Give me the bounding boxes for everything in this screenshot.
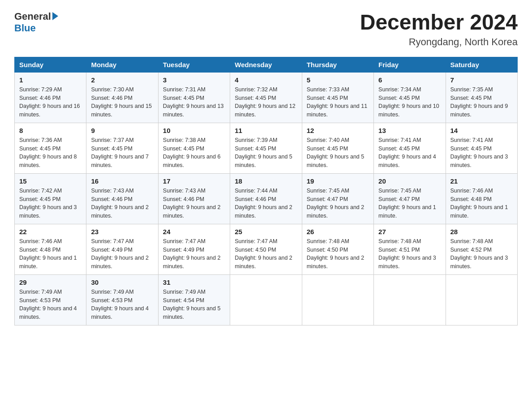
day-info: Sunrise: 7:38 AM Sunset: 4:45 PM Dayligh… [163,136,225,170]
day-info: Sunrise: 7:32 AM Sunset: 4:45 PM Dayligh… [235,86,297,119]
day-number: 12 [307,127,369,134]
day-info: Sunrise: 7:49 AM Sunset: 4:53 PM Dayligh… [19,288,82,321]
day-number: 14 [450,127,513,134]
calendar-cell: 18 Sunrise: 7:44 AM Sunset: 4:46 PM Dayl… [230,173,302,224]
day-number: 4 [235,76,297,84]
day-info: Sunrise: 7:36 AM Sunset: 4:45 PM Dayligh… [19,136,82,170]
day-info: Sunrise: 7:43 AM Sunset: 4:46 PM Dayligh… [163,187,225,220]
col-tuesday: Tuesday [158,57,230,72]
day-info: Sunrise: 7:29 AM Sunset: 4:46 PM Dayligh… [19,86,82,119]
day-number: 29 [19,278,82,286]
day-info: Sunrise: 7:30 AM Sunset: 4:46 PM Dayligh… [91,86,153,119]
day-number: 28 [450,228,513,235]
calendar-cell: 13 Sunrise: 7:41 AM Sunset: 4:45 PM Dayl… [374,123,446,173]
day-info: Sunrise: 7:47 AM Sunset: 4:49 PM Dayligh… [163,237,225,271]
calendar-cell: 11 Sunrise: 7:39 AM Sunset: 4:45 PM Dayl… [230,123,302,173]
calendar-cell [374,274,446,325]
calendar-cell: 19 Sunrise: 7:45 AM Sunset: 4:47 PM Dayl… [302,173,373,224]
day-number: 21 [450,177,513,185]
day-info: Sunrise: 7:45 AM Sunset: 4:47 PM Dayligh… [378,187,441,220]
day-number: 19 [307,177,369,185]
day-info: Sunrise: 7:37 AM Sunset: 4:45 PM Dayligh… [91,136,153,170]
day-info: Sunrise: 7:33 AM Sunset: 4:45 PM Dayligh… [307,86,369,119]
calendar-week-row-2: 8 Sunrise: 7:36 AM Sunset: 4:45 PM Dayli… [15,123,518,173]
day-info: Sunrise: 7:45 AM Sunset: 4:47 PM Dayligh… [307,187,369,220]
calendar-cell: 1 Sunrise: 7:29 AM Sunset: 4:46 PM Dayli… [15,72,86,123]
calendar-cell: 22 Sunrise: 7:46 AM Sunset: 4:48 PM Dayl… [15,224,86,274]
calendar-cell [446,274,517,325]
day-info: Sunrise: 7:41 AM Sunset: 4:45 PM Dayligh… [378,136,441,170]
day-info: Sunrise: 7:49 AM Sunset: 4:53 PM Dayligh… [91,288,153,321]
calendar-cell: 17 Sunrise: 7:43 AM Sunset: 4:46 PM Dayl… [158,173,230,224]
calendar-cell: 28 Sunrise: 7:48 AM Sunset: 4:52 PM Dayl… [446,224,517,274]
calendar-cell: 7 Sunrise: 7:35 AM Sunset: 4:45 PM Dayli… [446,72,517,123]
day-info: Sunrise: 7:31 AM Sunset: 4:45 PM Dayligh… [163,86,225,119]
calendar-cell: 24 Sunrise: 7:47 AM Sunset: 4:49 PM Dayl… [158,224,230,274]
day-info: Sunrise: 7:42 AM Sunset: 4:45 PM Dayligh… [19,187,82,220]
day-number: 31 [163,278,225,286]
day-number: 10 [163,127,225,134]
day-info: Sunrise: 7:47 AM Sunset: 4:49 PM Dayligh… [91,237,153,271]
day-info: Sunrise: 7:48 AM Sunset: 4:50 PM Dayligh… [307,237,369,271]
day-number: 13 [378,127,441,134]
day-number: 16 [91,177,153,185]
calendar-cell: 16 Sunrise: 7:43 AM Sunset: 4:46 PM Dayl… [86,173,158,224]
calendar-week-row-1: 1 Sunrise: 7:29 AM Sunset: 4:46 PM Dayli… [15,72,518,123]
day-number: 8 [19,127,82,134]
col-friday: Friday [374,57,446,72]
calendar-week-row-3: 15 Sunrise: 7:42 AM Sunset: 4:45 PM Dayl… [15,173,518,224]
day-info: Sunrise: 7:49 AM Sunset: 4:54 PM Dayligh… [163,288,225,321]
day-number: 24 [163,228,225,235]
calendar-cell: 12 Sunrise: 7:40 AM Sunset: 4:45 PM Dayl… [302,123,373,173]
day-number: 15 [19,177,82,185]
calendar-cell: 4 Sunrise: 7:32 AM Sunset: 4:45 PM Dayli… [230,72,302,123]
logo-general-text: General [14,11,51,22]
col-thursday: Thursday [302,57,373,72]
day-info: Sunrise: 7:35 AM Sunset: 4:45 PM Dayligh… [450,86,513,119]
calendar-cell: 2 Sunrise: 7:30 AM Sunset: 4:46 PM Dayli… [86,72,158,123]
day-info: Sunrise: 7:46 AM Sunset: 4:48 PM Dayligh… [450,187,513,220]
day-number: 18 [235,177,297,185]
calendar-cell: 8 Sunrise: 7:36 AM Sunset: 4:45 PM Dayli… [15,123,86,173]
calendar-cell: 6 Sunrise: 7:34 AM Sunset: 4:45 PM Dayli… [374,72,446,123]
day-number: 30 [91,278,153,286]
day-number: 26 [307,228,369,235]
month-title: December 2024 [360,11,518,34]
calendar-week-row-5: 29 Sunrise: 7:49 AM Sunset: 4:53 PM Dayl… [15,274,518,325]
day-info: Sunrise: 7:48 AM Sunset: 4:51 PM Dayligh… [378,237,441,271]
calendar-cell: 27 Sunrise: 7:48 AM Sunset: 4:51 PM Dayl… [374,224,446,274]
day-number: 23 [91,228,153,235]
day-number: 1 [19,76,82,84]
calendar-cell: 30 Sunrise: 7:49 AM Sunset: 4:53 PM Dayl… [86,274,158,325]
day-number: 6 [378,76,441,84]
title-block: December 2024 Ryongdang, North Korea [360,11,518,48]
day-info: Sunrise: 7:48 AM Sunset: 4:52 PM Dayligh… [450,237,513,271]
day-number: 25 [235,228,297,235]
day-number: 5 [307,76,369,84]
day-number: 20 [378,177,441,185]
logo-arrow-shape [52,12,58,20]
col-saturday: Saturday [446,57,517,72]
day-info: Sunrise: 7:43 AM Sunset: 4:46 PM Dayligh… [91,187,153,220]
day-info: Sunrise: 7:47 AM Sunset: 4:50 PM Dayligh… [235,237,297,271]
day-number: 9 [91,127,153,134]
calendar-cell: 31 Sunrise: 7:49 AM Sunset: 4:54 PM Dayl… [158,274,230,325]
calendar-cell: 23 Sunrise: 7:47 AM Sunset: 4:49 PM Dayl… [86,224,158,274]
logo: General Blue [14,11,58,34]
day-number: 22 [19,228,82,235]
day-info: Sunrise: 7:40 AM Sunset: 4:45 PM Dayligh… [307,136,369,170]
day-number: 17 [163,177,225,185]
calendar-cell [230,274,302,325]
calendar-cell: 5 Sunrise: 7:33 AM Sunset: 4:45 PM Dayli… [302,72,373,123]
day-number: 3 [163,76,225,84]
day-info: Sunrise: 7:44 AM Sunset: 4:46 PM Dayligh… [235,187,297,220]
calendar-cell: 15 Sunrise: 7:42 AM Sunset: 4:45 PM Dayl… [15,173,86,224]
day-number: 2 [91,76,153,84]
calendar-table: Sunday Monday Tuesday Wednesday Thursday… [14,57,518,325]
col-monday: Monday [86,57,158,72]
day-info: Sunrise: 7:34 AM Sunset: 4:45 PM Dayligh… [378,86,441,119]
col-wednesday: Wednesday [230,57,302,72]
day-number: 7 [450,76,513,84]
day-info: Sunrise: 7:41 AM Sunset: 4:45 PM Dayligh… [450,136,513,170]
logo-blue-text: Blue [14,22,36,34]
